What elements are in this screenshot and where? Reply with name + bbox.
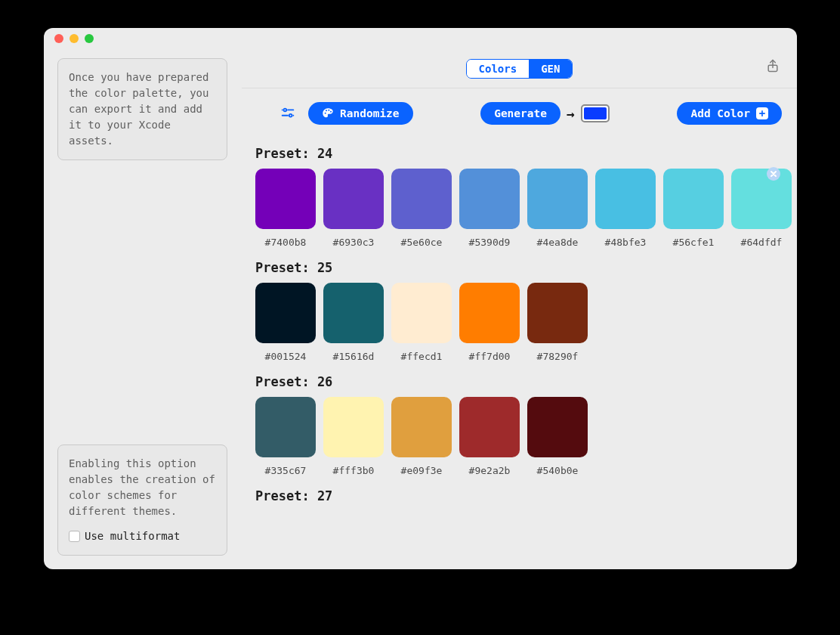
swatch-item[interactable]: #e09f3e: [391, 397, 452, 476]
swatch-item[interactable]: #48bfe3: [595, 169, 656, 248]
color-swatch[interactable]: [595, 169, 656, 229]
swatch-hex-label: #5e60ce: [391, 237, 452, 248]
color-swatch[interactable]: [323, 283, 384, 343]
swatch-item[interactable]: #fff3b0: [323, 397, 384, 476]
preset-block: Preset: 27: [242, 481, 797, 516]
color-swatch[interactable]: [323, 169, 384, 229]
tab-colors-label: Colors: [479, 63, 517, 75]
titlebar: [44, 28, 797, 49]
color-swatch[interactable]: [391, 397, 452, 457]
preset-title: Preset: 25: [242, 256, 797, 283]
swatch-item[interactable]: #540b0e: [527, 397, 588, 476]
share-button[interactable]: [765, 58, 780, 76]
tab-gen[interactable]: GEN: [529, 60, 572, 78]
multiformat-info-text: Enabling this option enables the creatio…: [69, 457, 215, 517]
swatch-hex-label: #fff3b0: [323, 465, 384, 476]
sidebar: Once you have prepared the color palette…: [44, 49, 242, 569]
swatch-item[interactable]: #6930c3: [323, 169, 384, 248]
color-swatch[interactable]: [527, 169, 588, 229]
svg-point-1: [284, 109, 287, 112]
palette-icon: [322, 107, 334, 119]
color-well-swatch: [584, 107, 607, 119]
settings-icon[interactable]: [279, 105, 296, 122]
swatch-hex-label: #64dfdf: [731, 237, 792, 248]
color-swatch[interactable]: [459, 169, 520, 229]
tab-colors[interactable]: Colors: [467, 60, 530, 78]
color-swatch[interactable]: [459, 397, 520, 457]
preset-title: Preset: 27: [242, 484, 797, 511]
preset-block: Preset: 25#001524#15616d#ffecd1#ff7d00#7…: [242, 252, 797, 367]
color-swatch[interactable]: [255, 397, 316, 457]
randomize-label: Randomize: [340, 107, 400, 119]
swatch-item[interactable]: #7400b8: [255, 169, 316, 248]
main-area: Colors GEN Randomize: [242, 49, 797, 569]
swatch-item[interactable]: #001524: [255, 283, 316, 362]
svg-point-4: [289, 114, 292, 117]
swatch-hex-label: #5390d9: [459, 237, 520, 248]
window-close-button[interactable]: [54, 34, 63, 43]
window-minimize-button[interactable]: [69, 34, 79, 43]
swatch-hex-label: #4ea8de: [527, 237, 588, 248]
swatch-hex-label: #6930c3: [323, 237, 384, 248]
generate-button[interactable]: Generate: [480, 102, 561, 125]
swatch-hex-label: #e09f3e: [391, 465, 452, 476]
swatch-item[interactable]: #335c67: [255, 397, 316, 476]
swatch-item[interactable]: #78290f: [527, 283, 588, 362]
preset-block: Preset: 26#335c67#fff3b0#e09f3e#9e2a2b#5…: [242, 367, 797, 481]
swatch-hex-label: #ff7d00: [459, 351, 520, 362]
swatch-item[interactable]: #15616d: [323, 283, 384, 362]
color-swatch[interactable]: [731, 169, 792, 229]
preset-block: Preset: 24#7400b8#6930c3#5e60ce#5390d9#4…: [242, 138, 797, 252]
swatch-hex-label: #9e2a2b: [459, 465, 520, 476]
swatch-hex-label: #335c67: [255, 465, 316, 476]
add-color-label: Add Color: [690, 107, 750, 119]
swatch-hex-label: #001524: [255, 351, 316, 362]
add-color-button[interactable]: Add Color +: [677, 102, 782, 125]
color-swatch[interactable]: [391, 283, 452, 343]
topbar: Colors GEN: [242, 49, 797, 88]
swatch-hex-label: #56cfe1: [663, 237, 724, 248]
preset-scroll-area[interactable]: Preset: 24#7400b8#6930c3#5e60ce#5390d9#4…: [242, 138, 797, 569]
randomize-button[interactable]: Randomize: [308, 102, 413, 125]
multiformat-info-box: Enabling this option enables the creatio…: [57, 444, 227, 556]
preset-title: Preset: 24: [242, 141, 797, 169]
color-swatch[interactable]: [255, 283, 316, 343]
swatch-row: #001524#15616d#ffecd1#ff7d00#78290f: [242, 283, 797, 362]
swatch-hex-label: #78290f: [527, 351, 588, 362]
swatch-item[interactable]: #56cfe1: [663, 169, 724, 248]
color-swatch[interactable]: [323, 397, 384, 457]
color-swatch[interactable]: [663, 169, 724, 229]
arrow-right-icon: →: [567, 106, 575, 122]
toolbar: Randomize Generate → Add Color +: [242, 88, 797, 138]
multiformat-checkbox-label[interactable]: Use multiformat: [69, 528, 216, 544]
swatch-item[interactable]: #ffecd1: [391, 283, 452, 362]
mode-segmented-control[interactable]: Colors GEN: [466, 59, 573, 79]
swatch-item[interactable]: #64dfdf: [731, 169, 792, 248]
color-swatch[interactable]: [391, 169, 452, 229]
multiformat-label-text: Use multiformat: [85, 528, 180, 544]
swatch-item[interactable]: #4ea8de: [527, 169, 588, 248]
export-info-box: Once you have prepared the color palette…: [57, 58, 227, 160]
swatch-item[interactable]: #9e2a2b: [459, 397, 520, 476]
swatch-item[interactable]: #5e60ce: [391, 169, 452, 248]
color-swatch[interactable]: [527, 397, 588, 457]
app-window: Once you have prepared the color palette…: [44, 28, 797, 569]
swatch-hex-label: #540b0e: [527, 465, 588, 476]
window-zoom-button[interactable]: [85, 34, 94, 43]
multiformat-checkbox[interactable]: [69, 531, 80, 542]
close-icon: [770, 170, 777, 178]
tab-gen-label: GEN: [541, 63, 560, 75]
export-info-text: Once you have prepared the color palette…: [69, 71, 208, 147]
generate-group: Generate →: [480, 102, 610, 125]
color-swatch[interactable]: [255, 169, 316, 229]
plus-icon: +: [756, 107, 768, 119]
color-well[interactable]: [581, 104, 610, 122]
swatch-item[interactable]: #5390d9: [459, 169, 520, 248]
dismiss-button[interactable]: [767, 167, 780, 181]
color-swatch[interactable]: [527, 283, 588, 343]
swatch-hex-label: #48bfe3: [595, 237, 656, 248]
swatch-row: #7400b8#6930c3#5e60ce#5390d9#4ea8de#48bf…: [242, 169, 797, 248]
swatch-hex-label: #15616d: [323, 351, 384, 362]
swatch-item[interactable]: #ff7d00: [459, 283, 520, 362]
color-swatch[interactable]: [459, 283, 520, 343]
